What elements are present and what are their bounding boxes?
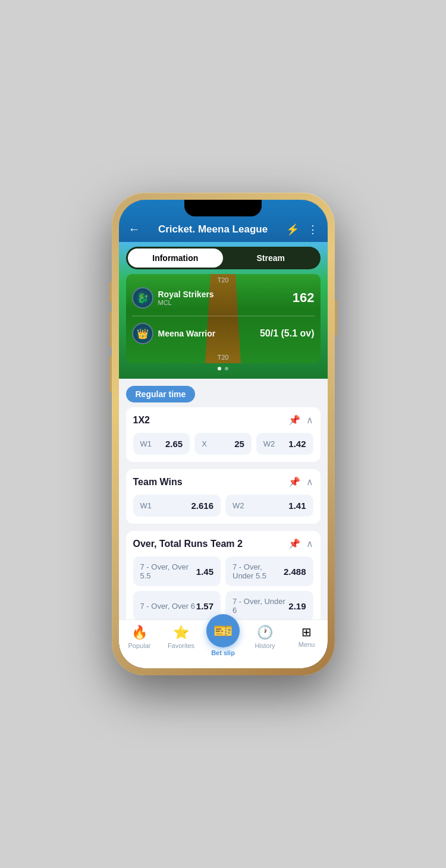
bet-odds-over-2a: 1.57 [196, 601, 213, 611]
bet-row-over-1: 7 - Over, Over 5.5 1.45 7 - Over, Under … [133, 556, 313, 586]
bet-cell-over-1a[interactable]: 7 - Over, Over 5.5 1.45 [133, 556, 221, 586]
pin-icon-2[interactable]: 📌 [288, 476, 300, 488]
tabs-container: Information Stream [126, 247, 321, 269]
team2-row: 👑 Meena Warrior 50/1 (5.1 ov) [126, 323, 321, 344]
team1-name: Royal Strikers [158, 290, 293, 300]
favorites-label: Favorites [168, 642, 194, 649]
history-label: History [255, 642, 275, 649]
bet-odds-over-2b: 2.19 [288, 601, 306, 611]
bet-label-tw-w2: W2 [233, 501, 244, 510]
nav-history[interactable]: 🕐 History [249, 625, 281, 649]
dot-1 [218, 367, 221, 370]
bet-label-tw-w1: W1 [140, 501, 152, 510]
popular-label: Popular [128, 642, 151, 649]
bet-odds-x: 25 [234, 439, 244, 449]
bet-label-w2: W2 [263, 439, 275, 448]
format-label-bottom: T20 [218, 354, 229, 361]
tab-information[interactable]: Information [128, 249, 224, 268]
section-team-wins: Team Wins 📌 ∧ W1 2.616 W2 1. [126, 469, 321, 524]
regular-time-filter[interactable]: Regular time [126, 386, 196, 402]
nav-popular[interactable]: 🔥 Popular [123, 625, 156, 649]
nav-favorites[interactable]: ⭐ Favorites [165, 625, 197, 649]
team2-logo: 👑 [132, 323, 153, 344]
bet-cell-w1[interactable]: W1 2.65 [133, 433, 190, 455]
team1-row: 🐉 Royal Strikers MCL 162 [126, 287, 321, 309]
section-1x2-icons: 📌 ∧ [288, 414, 313, 426]
back-button[interactable]: ← [128, 222, 140, 236]
menu-icon: ⊞ [301, 625, 312, 639]
bet-label-over-1a: 7 - Over, Over 5.5 [140, 562, 196, 580]
bolt-icon[interactable]: ⚡ [286, 223, 299, 236]
pitch-indicator [126, 367, 321, 370]
team2-score: 50/1 (5.1 ov) [260, 328, 315, 339]
betslip-label: Bet slip [211, 649, 235, 656]
section-1x2: 1X2 📌 ∧ W1 2.65 X 25 [126, 407, 321, 462]
team1-logo: 🐉 [132, 287, 153, 309]
pin-icon[interactable]: 📌 [288, 414, 300, 426]
chevron-up-icon[interactable]: ∧ [306, 414, 313, 426]
section-over-total-title: Over, Total Runs Team 2 [133, 539, 243, 549]
bet-odds-w2: 1.42 [288, 439, 306, 449]
dot-2 [225, 367, 228, 370]
bet-cell-x[interactable]: X 25 [194, 433, 252, 455]
section-over-total-icons: 📌 ∧ [288, 538, 313, 549]
bet-odds-over-1b: 2.488 [284, 567, 306, 577]
bet-label-w1: W1 [140, 439, 152, 448]
pitch-area: T20 🐉 Royal Strikers MCL 162 [126, 274, 321, 363]
bet-cell-over-1b[interactable]: 7 - Over, Under 5.5 2.488 [225, 556, 313, 586]
team2-name: Meena Warrior [158, 329, 260, 339]
bet-label-x: X [202, 439, 207, 448]
pin-icon-3[interactable]: 📌 [288, 538, 300, 549]
section-team-wins-title: Team Wins [133, 477, 183, 488]
nav-betslip[interactable]: 🎫 Bet slip [206, 614, 240, 656]
bottom-nav: 🔥 Popular ⭐ Favorites 🎫 Bet slip 🕐 Histo… [119, 619, 328, 668]
bet-odds-tw-w1: 2.616 [191, 501, 213, 511]
bet-odds-tw-w2: 1.41 [288, 501, 306, 511]
menu-label: Menu [299, 641, 315, 648]
more-icon[interactable]: ⋮ [307, 223, 318, 236]
nav-menu[interactable]: ⊞ Menu [290, 625, 323, 648]
betslip-icon: 🎫 [206, 614, 240, 647]
format-label-top: T20 [218, 276, 229, 284]
bet-odds-w1: 2.65 [165, 439, 183, 449]
bet-row-team-wins: W1 2.616 W2 1.41 [133, 495, 313, 517]
bet-label-over-1b: 7 - Over, Under 5.5 [233, 562, 284, 580]
bet-cell-w2[interactable]: W2 1.42 [256, 433, 313, 455]
bet-label-over-2a: 7 - Over, Over 6 [140, 602, 195, 611]
tab-stream[interactable]: Stream [223, 249, 319, 268]
team1-score: 162 [293, 290, 315, 306]
team1-sub: MCL [158, 299, 293, 306]
popular-icon: 🔥 [131, 625, 147, 640]
cricket-area: Information Stream T20 🐉 [119, 242, 328, 379]
page-title: Cricket. Meena League [140, 224, 286, 235]
header-actions: ⚡ ⋮ [286, 223, 318, 236]
bet-label-over-2b: 7 - Over, Under 6 [233, 597, 288, 615]
bet-cell-tw-w2[interactable]: W2 1.41 [225, 495, 313, 517]
bet-row-1x2: W1 2.65 X 25 W2 1.42 [133, 433, 313, 455]
chevron-up-icon-2[interactable]: ∧ [306, 476, 313, 488]
history-icon: 🕐 [257, 625, 273, 640]
section-team-wins-icons: 📌 ∧ [288, 476, 313, 488]
section-1x2-title: 1X2 [133, 415, 150, 426]
bet-cell-tw-w1[interactable]: W1 2.616 [133, 495, 221, 517]
bet-odds-over-1a: 1.45 [196, 567, 213, 577]
favorites-icon: ⭐ [173, 625, 189, 640]
section-over-total: Over, Total Runs Team 2 📌 ∧ 7 - Over, Ov… [126, 531, 321, 628]
chevron-up-icon-3[interactable]: ∧ [306, 538, 313, 549]
